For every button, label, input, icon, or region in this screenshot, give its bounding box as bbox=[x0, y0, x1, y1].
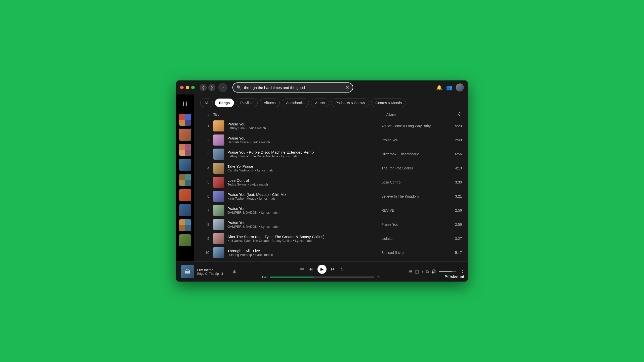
song-row[interactable]: 6 Praise You (feat. Meaco) - Chill Mix K… bbox=[194, 189, 468, 203]
song-row[interactable]: 5 Lose Control Teddy Swims • Lyrics matc… bbox=[194, 175, 468, 189]
song-album: The Iron Pot Cooker bbox=[381, 166, 447, 170]
tab-all[interactable]: All bbox=[200, 99, 213, 107]
song-info: Praise You GAMPER & DADONI • Lyrics matc… bbox=[227, 220, 381, 229]
song-title: After The Storm (feat. Tyler, The Creato… bbox=[227, 235, 381, 239]
col-title-header: Title bbox=[213, 113, 386, 116]
song-row[interactable]: 1 Praise You Fatboy Slim • Lyrics match … bbox=[194, 119, 468, 133]
search-input[interactable] bbox=[244, 85, 343, 90]
song-album: You've Come A Long Way Baby bbox=[381, 124, 447, 128]
pip-button[interactable]: ⧉ bbox=[426, 269, 429, 274]
close-button[interactable] bbox=[180, 86, 184, 89]
sidebar-playlist-1[interactable] bbox=[179, 114, 191, 126]
song-album: Praise You bbox=[381, 138, 447, 142]
forward-button[interactable]: ❯ bbox=[208, 84, 215, 91]
song-art bbox=[213, 233, 224, 244]
lyrics-match: • Lyrics match bbox=[257, 197, 277, 200]
song-num: 6 bbox=[200, 194, 209, 198]
volume-icon[interactable]: 🔊 bbox=[431, 269, 436, 274]
sidebar-playlist-3[interactable] bbox=[179, 144, 191, 156]
sidebar-playlist-7[interactable] bbox=[179, 204, 191, 216]
shuffle-button[interactable]: ⇌ bbox=[300, 266, 304, 272]
library-icon[interactable]: ||| bbox=[180, 99, 190, 109]
table-header: # Title Album ⏱ bbox=[194, 110, 468, 119]
song-num: 10 bbox=[200, 251, 209, 255]
player-buttons: ⇌ ⏮ ▶ ⏭ ↻ bbox=[300, 265, 344, 274]
friends-icon[interactable]: 👥 bbox=[446, 84, 452, 90]
song-art bbox=[213, 177, 224, 188]
song-info: Praise You - Purple Disco Machine Extend… bbox=[227, 150, 381, 158]
maximize-button[interactable] bbox=[191, 86, 195, 89]
sidebar: ||| bbox=[176, 95, 194, 261]
avatar[interactable]: 👤 bbox=[456, 83, 464, 92]
sidebar-playlist-8[interactable] bbox=[179, 219, 191, 231]
time-elapsed: 1:40 bbox=[262, 275, 267, 279]
progress-fill bbox=[270, 277, 314, 278]
traffic-lights bbox=[180, 86, 195, 89]
tab-songs[interactable]: Songs bbox=[215, 99, 234, 107]
minimize-button[interactable] bbox=[186, 86, 189, 89]
content-area: All Songs Playlists Albums Audiobooks Ar… bbox=[194, 95, 468, 261]
progress-bar[interactable] bbox=[270, 277, 374, 278]
song-row[interactable]: 2 Praise You Hannah Grace • Lyrics match… bbox=[194, 133, 468, 147]
song-album: Believe In The Kingdom bbox=[381, 194, 447, 198]
sidebar-playlist-4[interactable] bbox=[179, 159, 191, 171]
lyrics-match: • Lyrics match bbox=[259, 211, 279, 214]
song-title: Praise You (feat. Meaco) - Chill Mix bbox=[227, 192, 381, 197]
song-info: Through It All - Live Hillsong Worship •… bbox=[227, 249, 381, 257]
home-button[interactable]: ⌂ bbox=[218, 83, 227, 92]
back-button[interactable]: ❮ bbox=[200, 84, 207, 91]
player-track: 🏔 Lux Intima Edge Of The Spiral ⊕ bbox=[181, 265, 236, 278]
song-artist: Teddy Swims • Lyrics match bbox=[227, 183, 381, 186]
lyrics-match: • Lyrics match bbox=[250, 140, 270, 144]
song-row[interactable]: 4 Take Yo' Praise Camille Yarbrough • Ly… bbox=[194, 161, 468, 175]
song-duration: 3:21 bbox=[447, 194, 462, 198]
song-info: After The Storm (feat. Tyler, The Creato… bbox=[227, 235, 381, 243]
song-row[interactable]: 9 After The Storm (feat. Tyler, The Crea… bbox=[194, 232, 468, 246]
prev-button[interactable]: ⏮ bbox=[308, 266, 313, 272]
sidebar-playlist-2[interactable] bbox=[179, 129, 191, 141]
sidebar-playlist-5[interactable] bbox=[179, 174, 191, 186]
song-row[interactable]: 8 Praise You GAMPER & DADONI • Lyrics ma… bbox=[194, 217, 468, 232]
titlebar-right: 🔔 👥 👤 bbox=[436, 83, 464, 92]
song-row[interactable]: 7 Praise You GAMPER & DADONI • Lyrics ma… bbox=[194, 203, 468, 217]
song-list: 1 Praise You Fatboy Slim • Lyrics match … bbox=[194, 119, 468, 261]
volume-bar[interactable] bbox=[439, 271, 456, 272]
song-artist: Camille Yarbrough • Lyrics match bbox=[227, 168, 381, 172]
tab-audiobooks[interactable]: Audiobooks bbox=[282, 99, 309, 107]
search-clear-icon[interactable]: ✕ bbox=[345, 85, 349, 90]
song-art bbox=[213, 149, 224, 160]
player-add-button[interactable]: ⊕ bbox=[233, 269, 236, 275]
tab-artists[interactable]: Artists bbox=[311, 99, 329, 107]
song-album: Blessed (Live) bbox=[381, 251, 447, 255]
search-bar: 🔍 ✕ bbox=[232, 82, 353, 93]
song-album: Praise You bbox=[381, 222, 447, 227]
nav-buttons: ❮ ❯ bbox=[200, 84, 215, 91]
song-info: Take Yo' Praise Camille Yarbrough • Lyri… bbox=[227, 164, 381, 172]
queue-button[interactable]: ☰ bbox=[409, 269, 413, 274]
sidebar-playlist-6[interactable] bbox=[179, 189, 191, 201]
song-row[interactable]: 3 Praise You - Purple Disco Machine Exte… bbox=[194, 147, 468, 161]
player-track-info: Lux Intima Edge Of The Spiral bbox=[197, 268, 230, 276]
song-art bbox=[213, 219, 224, 230]
song-info: Praise You GAMPER & DADONI • Lyrics matc… bbox=[227, 206, 381, 214]
song-art bbox=[213, 247, 224, 258]
song-row[interactable]: 10 Through It All - Live Hillsong Worshi… bbox=[194, 246, 468, 260]
play-button[interactable]: ▶ bbox=[317, 265, 327, 274]
sidebar-playlist-9[interactable] bbox=[179, 234, 191, 246]
tab-playlists[interactable]: Playlists bbox=[236, 99, 257, 107]
tab-podcasts[interactable]: Podcasts & Shows bbox=[331, 99, 369, 107]
tab-albums[interactable]: Albums bbox=[260, 99, 280, 107]
tab-genres[interactable]: Genres & Moods bbox=[371, 99, 406, 107]
player-art-image: 🏔 bbox=[181, 265, 194, 278]
player-bar: 🏔 Lux Intima Edge Of The Spiral ⊕ ⇌ ⏮ ▶ … bbox=[176, 261, 468, 282]
song-num: 3 bbox=[200, 152, 209, 156]
next-button[interactable]: ⏭ bbox=[331, 266, 336, 272]
notifications-icon[interactable]: 🔔 bbox=[436, 84, 442, 90]
devices-button[interactable]: ⬚ bbox=[415, 269, 419, 274]
lyrics-button[interactable]: ♪ bbox=[421, 269, 423, 274]
song-duration: 3:30 bbox=[447, 180, 462, 184]
song-info: Praise You (feat. Meaco) - Chill Mix Kin… bbox=[227, 192, 381, 200]
song-title: Praise You - Purple Disco Machine Extend… bbox=[227, 150, 381, 154]
fullscreen-button[interactable]: ⛶ bbox=[459, 269, 463, 274]
repeat-button[interactable]: ↻ bbox=[340, 266, 344, 272]
